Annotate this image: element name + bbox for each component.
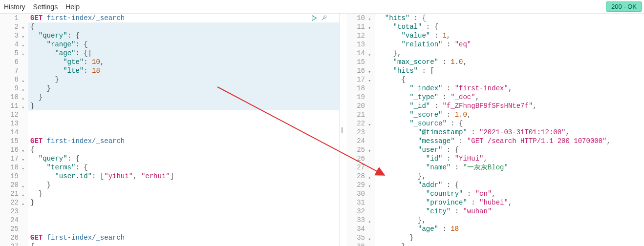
line-number: 14▴ bbox=[346, 49, 372, 58]
code-line[interactable]: "query": { bbox=[28, 154, 339, 163]
response-pane: 10▾11▾121314▴1516▾17▾1819202122▾232425▾2… bbox=[346, 14, 644, 246]
code-line[interactable]: "hits" : [ bbox=[375, 66, 644, 75]
code-line[interactable]: { bbox=[28, 145, 339, 154]
code-line[interactable]: "relation" : "eq" bbox=[375, 40, 644, 49]
code-line[interactable]: GET first-index/_search bbox=[28, 14, 339, 22]
line-number: 25 bbox=[0, 225, 25, 233]
code-line[interactable]: "_score" : 1.0, bbox=[375, 110, 644, 119]
code-line[interactable]: } bbox=[28, 181, 339, 189]
code-line[interactable]: }, bbox=[375, 49, 644, 58]
code-line[interactable]: { bbox=[28, 242, 339, 246]
code-line[interactable] bbox=[28, 207, 339, 216]
code-line[interactable] bbox=[28, 216, 339, 225]
line-number: 23 bbox=[346, 128, 372, 137]
code-line[interactable]: "terms": { bbox=[28, 163, 339, 172]
line-number: 11▾ bbox=[346, 22, 372, 31]
code-line[interactable] bbox=[28, 110, 339, 119]
code-line[interactable]: } bbox=[375, 242, 644, 246]
code-line[interactable]: "_type" : "_doc", bbox=[375, 93, 644, 102]
code-line[interactable]: } bbox=[375, 233, 644, 242]
menu-history[interactable]: History bbox=[4, 3, 25, 11]
line-number: 15 bbox=[0, 137, 25, 145]
line-number: 3▾ bbox=[0, 31, 25, 40]
code-line[interactable]: "total" : { bbox=[375, 22, 644, 31]
code-line[interactable]: } bbox=[28, 84, 339, 93]
code-line[interactable]: "value" : 1, bbox=[375, 31, 644, 40]
code-line[interactable]: "city" : "wuhan" bbox=[375, 207, 644, 216]
code-line[interactable]: "max_score" : 1.0, bbox=[375, 58, 644, 66]
wrench-icon[interactable] bbox=[321, 15, 327, 24]
code-line[interactable]: } bbox=[28, 75, 339, 84]
response-gutter: 10▾11▾121314▴1516▾17▾1819202122▾232425▾2… bbox=[346, 14, 375, 246]
line-number: 4▾ bbox=[0, 40, 25, 49]
code-line[interactable]: "user.id": ["yihui", "erhui"] bbox=[28, 172, 339, 181]
line-number: 15 bbox=[346, 58, 372, 66]
code-line[interactable]: "age" : 18 bbox=[375, 225, 644, 233]
line-number: 22▾ bbox=[346, 119, 372, 128]
code-line[interactable]: "_source" : { bbox=[375, 119, 644, 128]
line-number: 33▴ bbox=[346, 216, 372, 225]
fold-icon[interactable]: ▾ bbox=[22, 244, 24, 246]
run-actions bbox=[311, 15, 327, 24]
fold-icon[interactable]: ▴ bbox=[368, 244, 371, 246]
code-line[interactable]: "_index" : "first-index", bbox=[375, 84, 644, 93]
code-line[interactable]: GET first-index/_search bbox=[28, 137, 339, 145]
code-line[interactable]: "country" : "cn", bbox=[375, 189, 644, 198]
code-line[interactable]: } bbox=[28, 93, 339, 102]
code-line[interactable]: "@timestamp" : "2021-03-31T01:12:00", bbox=[375, 128, 644, 137]
code-line[interactable]: { bbox=[28, 22, 339, 31]
line-number: 8▴ bbox=[0, 75, 25, 84]
line-number: 28▴ bbox=[346, 172, 372, 181]
code-line[interactable]: }, bbox=[375, 172, 644, 181]
line-number: 5▾ bbox=[0, 49, 25, 58]
code-line[interactable]: "message" : "GET /search HTTP/1.1 200 10… bbox=[375, 137, 644, 145]
line-number: 22▴ bbox=[0, 198, 25, 207]
code-line[interactable]: "id" : "YiHui", bbox=[375, 154, 644, 163]
code-line[interactable]: "user" : { bbox=[375, 145, 644, 154]
line-number: 31 bbox=[346, 198, 372, 207]
code-line[interactable]: { bbox=[375, 75, 644, 84]
line-number: 14 bbox=[0, 128, 25, 137]
drag-handle-icon[interactable]: || bbox=[341, 126, 342, 133]
line-number: 12 bbox=[0, 110, 25, 119]
line-number: 30 bbox=[346, 189, 372, 198]
splitter[interactable]: || bbox=[340, 14, 346, 246]
code-line[interactable]: "age": {| bbox=[28, 49, 339, 58]
code-line[interactable] bbox=[28, 225, 339, 233]
code-line[interactable]: } bbox=[28, 189, 339, 198]
line-number: 27▾ bbox=[0, 242, 25, 246]
line-number: 19 bbox=[346, 93, 372, 102]
line-number: 35▴ bbox=[346, 233, 372, 242]
code-line[interactable]: } bbox=[28, 198, 339, 207]
line-number: 26 bbox=[346, 154, 372, 163]
code-line[interactable]: "_id" : "f_ZFhngBF9fSFsHNte7f", bbox=[375, 102, 644, 110]
line-number: 34 bbox=[346, 225, 372, 233]
code-line[interactable] bbox=[28, 119, 339, 128]
line-number: 13 bbox=[0, 119, 25, 128]
run-icon[interactable] bbox=[311, 15, 318, 24]
request-pane: 12▾3▾4▾5▾678▴9▴10▴11▴1213141516▾17▾18▾19… bbox=[0, 14, 340, 246]
response-code[interactable]: "hits" : { "total" : { "value" : 1, "rel… bbox=[375, 14, 644, 246]
code-line[interactable]: "lte": 18 bbox=[28, 66, 339, 75]
code-line[interactable]: "range": { bbox=[28, 40, 339, 49]
code-line[interactable]: "query": { bbox=[28, 31, 339, 40]
response-editor[interactable]: 10▾11▾121314▴1516▾17▾1819202122▾232425▾2… bbox=[346, 14, 644, 246]
code-line[interactable]: "name" : "一灰灰Blog" bbox=[375, 163, 644, 172]
code-line[interactable] bbox=[28, 128, 339, 137]
topbar: History Settings Help 200 - OK bbox=[0, 0, 644, 14]
request-code[interactable]: GET first-index/_search{ "query": { "ran… bbox=[28, 14, 339, 246]
request-gutter: 12▾3▾4▾5▾678▴9▴10▴11▴1213141516▾17▾18▾19… bbox=[0, 14, 28, 246]
code-line[interactable]: "gte": 10, bbox=[28, 58, 339, 66]
code-line[interactable]: }, bbox=[375, 216, 644, 225]
code-line[interactable]: "hits" : { bbox=[375, 14, 644, 22]
line-number: 6 bbox=[0, 58, 25, 66]
code-line[interactable]: GET first-index/_search bbox=[28, 233, 339, 242]
code-line[interactable]: "addr" : { bbox=[375, 181, 644, 189]
menu-help[interactable]: Help bbox=[65, 3, 80, 11]
code-line[interactable]: "province" : "hubei", bbox=[375, 198, 644, 207]
request-editor[interactable]: 12▾3▾4▾5▾678▴9▴10▴11▴1213141516▾17▾18▾19… bbox=[0, 14, 339, 246]
line-number: 16▾ bbox=[346, 66, 372, 75]
menu-settings[interactable]: Settings bbox=[33, 3, 58, 11]
code-line[interactable]: } bbox=[28, 102, 339, 110]
line-number: 16▾ bbox=[0, 145, 25, 154]
